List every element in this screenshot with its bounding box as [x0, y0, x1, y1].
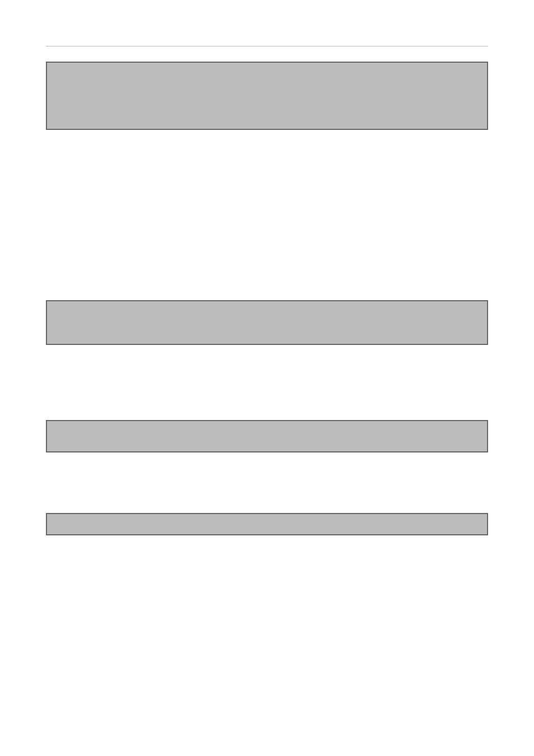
- page: [0, 0, 534, 756]
- placeholder-box-1: [46, 62, 488, 130]
- placeholder-box-3: [46, 420, 488, 452]
- horizontal-rule: [46, 46, 488, 46]
- placeholder-box-2: [46, 300, 488, 345]
- placeholder-box-4: [46, 513, 488, 535]
